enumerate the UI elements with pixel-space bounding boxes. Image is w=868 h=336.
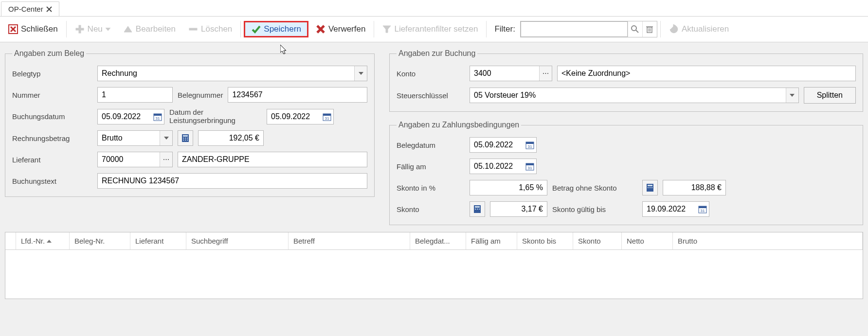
svg-marker-38 [790,94,795,97]
lieferant-code-input[interactable] [98,153,160,166]
svg-text:31: 31 [325,116,329,121]
belegdatum-input[interactable] [470,138,524,152]
calendar-icon[interactable]: 31 [151,109,164,124]
discard-label: Verwerfen [328,24,366,34]
edit-button: Bearbeiten [118,21,181,37]
col-brutto[interactable]: Brutto [673,232,863,249]
nummer-input[interactable] [97,87,173,103]
svg-rect-52 [475,209,476,210]
svg-text:31: 31 [701,209,705,213]
leistung-input[interactable] [267,110,321,124]
svg-rect-35 [183,140,184,141]
discard-button[interactable]: Verwerfen [310,21,371,37]
belegdatum-label: Belegdatum [397,141,465,149]
col-selector[interactable] [5,232,16,249]
splitten-button[interactable]: Splitten [804,87,856,104]
calendar-icon[interactable]: 31 [696,202,709,216]
chevron-down-icon[interactable] [354,66,367,81]
trash-icon[interactable] [642,21,657,37]
leistung-date[interactable]: 31 [267,109,334,124]
lieferant-name-input[interactable] [178,152,367,167]
beleg-legend: Angaben zum Beleg [12,49,86,58]
calculator-icon[interactable] [178,130,193,146]
faellig-date[interactable]: 31 [470,159,537,174]
rbetrag-mode-combo[interactable] [97,130,173,146]
faellig-input[interactable] [470,159,524,173]
belegtyp-combo[interactable] [97,66,367,81]
separator [374,21,374,37]
grid-body[interactable] [5,250,863,299]
plus-icon [75,24,85,34]
rbetrag-mode-value[interactable] [98,131,160,145]
chevron-down-icon[interactable] [160,131,172,145]
svg-marker-29 [164,137,169,140]
buchungstext-input[interactable] [97,173,367,189]
svg-rect-37 [187,140,188,141]
col-skonto[interactable]: Skonto [573,232,622,249]
search-icon[interactable] [628,21,642,37]
close-button[interactable]: Schließen [3,21,63,37]
steuer-combo[interactable] [470,88,799,103]
refresh-label: Aktualisieren [682,24,729,34]
belegnummer-input[interactable] [228,87,367,103]
supplier-filter-button: Lieferantenfilter setzen [377,21,483,37]
konto-input[interactable] [470,67,539,80]
sort-asc-icon [47,240,52,243]
save-button[interactable]: Speichern [244,21,308,37]
refresh-button: Aktualisieren [664,21,734,37]
buchungsdatum-date[interactable]: 31 [97,109,164,124]
svg-rect-36 [185,140,186,141]
edit-label: Bearbeiten [136,24,176,34]
col-betreff[interactable]: Betreff [289,232,410,249]
konto-picker[interactable]: ··· [470,66,552,81]
betrag-ohne-input[interactable] [663,180,726,195]
col-lieferant[interactable]: Lieferant [130,232,186,249]
col-belegnr[interactable]: Beleg-Nr. [70,232,130,249]
calculator-icon[interactable] [642,180,658,195]
check-icon [251,24,261,34]
filter-input[interactable] [521,21,628,37]
calculator-icon[interactable] [470,201,485,217]
calendar-icon[interactable]: 31 [524,138,536,152]
close-icon[interactable] [46,6,52,12]
col-skontobis[interactable]: Skonto bis [517,232,573,249]
buchungsdatum-input[interactable] [98,110,151,124]
calendar-icon[interactable]: 31 [524,159,536,174]
rbetrag-input[interactable] [198,130,264,146]
skonto-bis-input[interactable] [643,202,696,216]
col-faellig[interactable]: Fällig am [466,232,517,249]
chevron-down-icon[interactable] [786,88,798,103]
skonto-input[interactable] [490,201,547,217]
konto-assignment-input[interactable] [557,66,856,81]
rbetrag-label: Rechnungsbetrag [12,134,92,142]
steuer-label: Steuerschlüssel [397,91,465,100]
triangle-icon [123,24,133,34]
lieferant-label: Lieferant [12,156,92,164]
ellipsis-icon[interactable]: ··· [539,66,552,81]
belegdatum-date[interactable]: 31 [470,137,537,153]
calendar-icon[interactable]: 31 [321,109,333,124]
col-lfdnr[interactable]: Lfd.-Nr. [16,232,70,249]
steuer-value[interactable] [470,88,786,102]
new-button: Neu [70,21,116,37]
faellig-label: Fällig am [397,162,465,171]
skonto-pct-input[interactable] [470,180,547,195]
belegtyp-label: Belegtyp [12,70,92,78]
col-suchbegriff[interactable]: Suchbegriff [186,232,289,249]
betrag-ohne-label: Betrag ohne Skonto [552,184,637,192]
skonto-bis-date[interactable]: 31 [642,201,709,217]
belegtyp-value[interactable] [98,67,354,80]
leistung-label: Datum der Leistungserbringung [169,108,262,124]
ellipsis-icon[interactable]: ··· [160,152,172,167]
filter-box [520,21,657,37]
x-icon [316,24,326,34]
svg-rect-34 [187,138,188,139]
new-label: Neu [88,24,103,34]
col-netto[interactable]: Netto [622,232,673,249]
tab-op-center[interactable]: OP-Center [1,1,59,16]
lieferant-picker[interactable]: ··· [97,152,173,167]
svg-rect-24 [154,114,162,116]
col-belegdat[interactable]: Belegdat... [410,232,466,249]
svg-rect-27 [323,114,331,116]
nummer-label: Nummer [12,91,92,99]
